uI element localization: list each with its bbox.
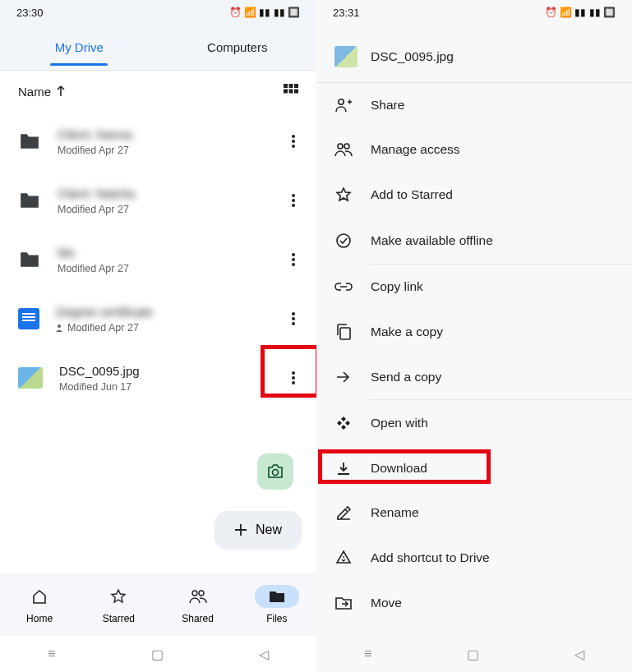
svg-point-8	[292, 145, 295, 148]
action-move[interactable]: Move	[316, 581, 632, 625]
file-row[interactable]: Client: Hanna Modified Apr 27	[0, 112, 316, 171]
sort-label: Name	[18, 85, 51, 99]
send-icon	[334, 371, 353, 384]
grid-view-icon[interactable]	[284, 84, 298, 99]
recent-apps-icon[interactable]: ≡	[48, 647, 55, 661]
system-nav: ≡ ▢ ◁	[0, 636, 316, 672]
action-rename[interactable]: Rename	[316, 490, 632, 535]
action-send-a-copy[interactable]: Send a copy	[316, 355, 632, 399]
svg-rect-4	[289, 90, 293, 94]
folder-icon	[18, 131, 41, 151]
action-open-with[interactable]: Open with	[316, 400, 632, 446]
svg-point-18	[292, 322, 295, 325]
action-add-to-starred[interactable]: Add to Starred	[316, 172, 632, 218]
people-icon	[334, 142, 353, 157]
action-label: Copy link	[371, 279, 423, 294]
file-name: Degree certificate	[56, 305, 262, 319]
svg-rect-5	[294, 90, 298, 94]
folder-icon	[269, 590, 285, 603]
action-make-available-offline[interactable]: Make available offline	[316, 218, 632, 264]
action-add-shortcut-to-drive[interactable]: Add shortcut to Drive	[316, 535, 632, 581]
back-icon[interactable]: ◁	[574, 647, 584, 662]
svg-point-27	[344, 144, 349, 149]
nav-label: Files	[266, 613, 287, 624]
image-thumbnail-icon	[334, 46, 358, 67]
file-row[interactable]: Me Modified Apr 27	[0, 230, 316, 289]
action-manage-access[interactable]: Manage access	[316, 127, 632, 172]
home-icon[interactable]: ▢	[467, 647, 479, 662]
svg-point-16	[292, 312, 295, 315]
drive-tabs: My Drive Computers	[0, 25, 316, 71]
svg-point-7	[292, 140, 295, 143]
svg-rect-3	[284, 90, 288, 94]
people-icon	[189, 589, 207, 604]
action-make-a-copy[interactable]: Make a copy	[316, 309, 632, 355]
shortcut-icon	[334, 550, 353, 566]
recent-apps-icon[interactable]: ≡	[364, 647, 371, 661]
tab-my-drive[interactable]: My Drive	[0, 40, 159, 54]
arrow-up-icon	[56, 85, 66, 97]
action-label: Move	[371, 596, 402, 610]
new-button-label: New	[256, 522, 282, 537]
svg-point-13	[292, 258, 295, 261]
new-button[interactable]: New	[215, 511, 302, 549]
nav-shared[interactable]: Shared	[176, 585, 220, 624]
svg-point-12	[292, 253, 295, 256]
back-icon[interactable]: ◁	[259, 647, 269, 662]
svg-point-21	[292, 381, 295, 384]
action-label: Open with	[371, 416, 428, 430]
action-label: Make a copy	[371, 324, 443, 339]
svg-point-15	[58, 324, 61, 328]
nav-starred[interactable]: Starred	[96, 585, 141, 624]
home-icon[interactable]: ▢	[151, 647, 164, 662]
scan-fab[interactable]	[257, 453, 293, 490]
more-button[interactable]	[279, 304, 308, 334]
file-row[interactable]: Degree certificate Modified Apr 27	[0, 289, 316, 348]
svg-point-6	[292, 135, 295, 138]
more-button[interactable]	[279, 245, 308, 274]
svg-point-10	[292, 199, 295, 202]
sort-button[interactable]: Name	[18, 85, 66, 99]
svg-point-20	[292, 376, 295, 380]
person-add-icon	[334, 98, 353, 113]
sheet-title: DSC_0095.jpg	[371, 49, 454, 64]
system-nav: ≡ ▢ ◁	[316, 636, 632, 672]
star-icon	[334, 186, 353, 203]
sort-row: Name	[0, 71, 316, 112]
sheet-header: DSC_0095.jpg	[316, 31, 632, 83]
file-meta: Modified Apr 27	[58, 204, 262, 215]
tab-computers[interactable]: Computers	[159, 40, 317, 54]
status-icons: ⏰ 📶 ▮▮ ▮▮ 🔲	[229, 7, 300, 18]
file-meta: Modified Apr 27	[58, 263, 262, 274]
action-copy-link[interactable]: Copy link	[316, 265, 632, 309]
file-name: DSC_0095.jpg	[59, 364, 262, 378]
file-row[interactable]: Client: Natcha Modified Apr 27	[0, 171, 316, 230]
clock: 23:30	[16, 7, 44, 19]
action-label: Make available offline	[371, 233, 493, 248]
camera-icon	[266, 463, 284, 480]
shared-icon	[56, 324, 64, 332]
file-name: Client: Hanna	[58, 127, 262, 141]
svg-point-23	[192, 591, 197, 596]
plus-icon	[234, 523, 247, 536]
copy-icon	[334, 324, 353, 340]
more-button[interactable]	[279, 186, 308, 215]
file-row[interactable]: DSC_0095.jpg Modified Jun 17	[0, 348, 316, 407]
open-with-icon	[334, 415, 353, 431]
more-button[interactable]	[279, 363, 308, 393]
bottom-nav: Home Starred Shared Files	[0, 573, 316, 636]
image-thumbnail-icon	[18, 367, 43, 389]
svg-point-19	[292, 371, 295, 375]
star-icon	[110, 588, 127, 605]
svg-point-9	[292, 194, 295, 197]
action-share[interactable]: Share	[316, 83, 632, 127]
move-icon	[334, 596, 353, 610]
action-label: Add shortcut to Drive	[371, 550, 490, 565]
more-button[interactable]	[279, 127, 308, 156]
nav-files[interactable]: Files	[255, 585, 299, 624]
svg-point-26	[338, 144, 343, 149]
action-download[interactable]: Download	[316, 446, 632, 490]
folder-icon	[18, 191, 41, 210]
file-meta: Modified Jun 17	[59, 381, 262, 393]
nav-home[interactable]: Home	[17, 585, 62, 624]
